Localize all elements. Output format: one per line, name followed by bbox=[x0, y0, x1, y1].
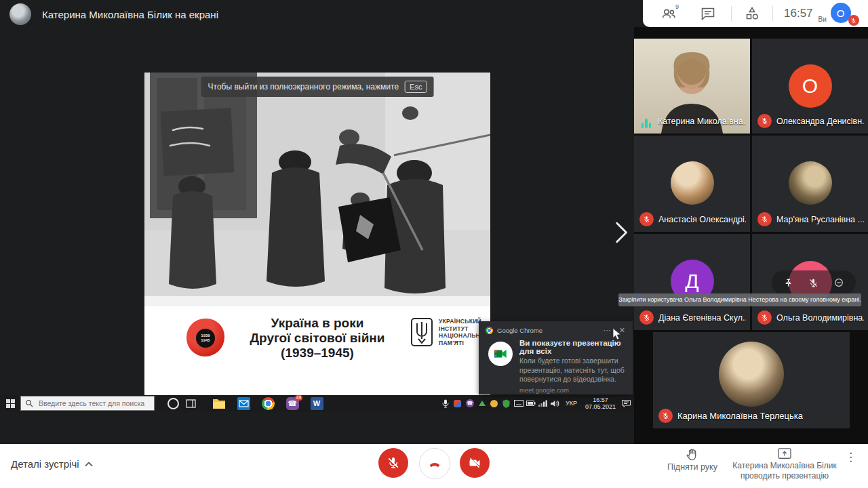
pin-tooltip: Закріпити користувача Ольга Володимирівн… bbox=[618, 293, 861, 306]
participant-name: Олександра Денисівн... bbox=[776, 117, 864, 126]
muted-mic-icon bbox=[757, 212, 772, 226]
avatar-photo bbox=[789, 161, 832, 205]
muted-mic-icon bbox=[639, 310, 654, 325]
presenting-status-button[interactable]: Катерина Миколаївна Білик проводить през… bbox=[731, 447, 838, 481]
tray-viber-icon[interactable]: ☎ bbox=[465, 395, 475, 411]
chrome-notification[interactable]: Google Chrome ⋯ ✕ Ви показуєте презентац… bbox=[479, 321, 633, 394]
touch-keyboard-icon[interactable] bbox=[513, 395, 524, 411]
muted-mic-icon bbox=[757, 114, 772, 128]
participant-tile[interactable]: Катерина Миколаївна... bbox=[634, 39, 750, 134]
camera-off-button[interactable] bbox=[460, 448, 490, 478]
notification-source: meet.google.com bbox=[519, 386, 626, 394]
language-indicator[interactable]: УКР bbox=[562, 400, 580, 407]
raise-hand-label: Підняти руку bbox=[661, 462, 724, 472]
file-explorer-icon[interactable] bbox=[210, 395, 228, 411]
meeting-clock: 16:57 bbox=[784, 7, 813, 20]
network-icon[interactable] bbox=[538, 395, 549, 411]
notification-app-name: Google Chrome bbox=[497, 327, 597, 334]
muted-mic-icon bbox=[757, 310, 772, 325]
institute-logo-block: УКРАЇНСЬКИЙ ІНСТИТУТ НАЦІОНАЛЬНОЇ ПАМ'ЯТ… bbox=[410, 317, 487, 347]
participant-name: Карина Миколаївна Терлецька bbox=[677, 411, 803, 421]
avatar-photo bbox=[671, 161, 714, 205]
word-icon[interactable]: W bbox=[308, 395, 326, 411]
meeting-top-panel: 9 16:57 Ви О bbox=[643, 0, 868, 27]
participant-tile[interactable]: Карина Миколаївна Терлецька bbox=[653, 332, 850, 428]
poppy-years: 1939 1945 bbox=[196, 329, 215, 348]
muted-mic-icon bbox=[658, 409, 673, 423]
participant-tile[interactable]: Анастасія Олександрі... bbox=[634, 136, 750, 232]
notification-more-icon[interactable]: ⋯ bbox=[601, 326, 613, 335]
slide-photo bbox=[144, 73, 490, 306]
mute-mic-button[interactable] bbox=[378, 448, 408, 478]
muted-mic-icon bbox=[639, 212, 654, 226]
presenter-name: Катерина Миколаївна Білик на екрані bbox=[42, 9, 218, 20]
activities-icon[interactable] bbox=[744, 5, 760, 22]
participant-name: Катерина Миколаївна... bbox=[658, 117, 746, 126]
participant-name: Анастасія Олександрі... bbox=[658, 215, 746, 224]
tray-shield-icon[interactable] bbox=[501, 395, 512, 411]
more-options-icon[interactable]: ⋮ bbox=[845, 454, 856, 460]
start-button[interactable] bbox=[0, 395, 20, 411]
meet-window: Катерина Миколаївна Білик на екрані bbox=[0, 0, 868, 488]
avatar-photo bbox=[719, 342, 784, 407]
chrome-icon[interactable] bbox=[259, 395, 277, 411]
self-account[interactable]: Ви О bbox=[818, 0, 862, 27]
hand-icon bbox=[685, 447, 700, 462]
tray-gold-icon[interactable] bbox=[489, 395, 500, 411]
slide-title: Україна в роки Другої світової війни (19… bbox=[233, 316, 402, 361]
participant-tile[interactable]: Ольга Володимирівна... bbox=[752, 234, 868, 330]
presenting-name: Катерина Миколаївна Білик bbox=[731, 461, 838, 471]
participant-tile[interactable]: Д Діана Євгенівна Скул... bbox=[634, 234, 750, 330]
participant-tile[interactable]: О Олександра Денисівн... bbox=[752, 39, 868, 134]
cortana-icon[interactable] bbox=[164, 395, 182, 411]
search-icon bbox=[25, 399, 33, 407]
viber-icon[interactable]: ☎ 49 bbox=[283, 395, 301, 411]
present-screen-icon bbox=[777, 447, 792, 460]
tray-mic-icon[interactable] bbox=[440, 395, 451, 411]
leave-call-button[interactable] bbox=[419, 448, 450, 479]
remove-participant-icon[interactable] bbox=[830, 274, 848, 291]
participants-count: 9 bbox=[675, 3, 679, 10]
chat-icon[interactable] bbox=[700, 5, 716, 22]
tray-arrow-icon[interactable] bbox=[477, 395, 488, 411]
panel-divider bbox=[731, 6, 732, 21]
participants-icon[interactable]: 9 bbox=[660, 5, 677, 22]
battery-icon[interactable] bbox=[526, 395, 536, 411]
notification-body: Коли будете готові завершити презентацію… bbox=[519, 357, 626, 384]
tray-clock[interactable]: 16:57 07.05.2021 bbox=[582, 396, 619, 410]
search-input[interactable] bbox=[37, 396, 154, 410]
self-muted-badge bbox=[848, 15, 859, 26]
participant-tile[interactable]: Мар'яна Русланівна ... bbox=[752, 136, 868, 232]
speaking-indicator-icon bbox=[639, 115, 653, 128]
pin-participant-icon[interactable] bbox=[780, 274, 797, 291]
notification-title: Ви показуєте презентацію для всіх bbox=[519, 339, 626, 355]
mail-icon[interactable] bbox=[235, 395, 252, 411]
details-label: Деталі зустрічі bbox=[11, 458, 79, 470]
raise-hand-button[interactable]: Підняти руку bbox=[661, 447, 724, 472]
chevron-up-icon bbox=[85, 462, 93, 467]
trident-icon bbox=[410, 317, 433, 347]
avatar: О bbox=[789, 64, 832, 108]
presenting-label: проводить презентацію bbox=[731, 471, 838, 481]
action-center-icon[interactable] bbox=[620, 395, 631, 411]
fullscreen-toast: Чтобы выйти из полноэкранного режима, на… bbox=[201, 77, 434, 97]
participant-name: Мар'яна Русланівна ... bbox=[776, 215, 864, 224]
presenter-banner: Катерина Миколаївна Білик на екрані bbox=[9, 3, 218, 26]
chevron-right-icon[interactable] bbox=[611, 220, 631, 245]
system-tray: ☎ УКР 16:57 07.05.2021 bbox=[440, 395, 634, 411]
taskbar-search[interactable] bbox=[20, 396, 155, 411]
mouse-cursor bbox=[612, 328, 621, 340]
shared-screen-slide: Чтобы выйти из полноэкранного режима, на… bbox=[144, 73, 490, 395]
participant-name: Ольга Володимирівна... bbox=[776, 313, 864, 323]
mute-participant-icon[interactable] bbox=[805, 274, 823, 291]
panel-divider bbox=[772, 6, 773, 21]
volume-icon[interactable] bbox=[550, 395, 561, 411]
tray-app-icon[interactable] bbox=[452, 395, 463, 411]
windows-taskbar: ☎ 49 W ☎ bbox=[0, 395, 634, 411]
slide-footer: 1939 1945 Україна в роки Другої світової… bbox=[144, 306, 490, 395]
toast-text: Чтобы выйти из полноэкранного режима, на… bbox=[208, 82, 399, 92]
task-view-icon[interactable] bbox=[182, 395, 199, 411]
meet-icon bbox=[488, 342, 513, 366]
meeting-details-toggle[interactable]: Деталі зустрічі bbox=[11, 458, 93, 470]
participant-name: Діана Євгенівна Скул... bbox=[658, 313, 746, 323]
